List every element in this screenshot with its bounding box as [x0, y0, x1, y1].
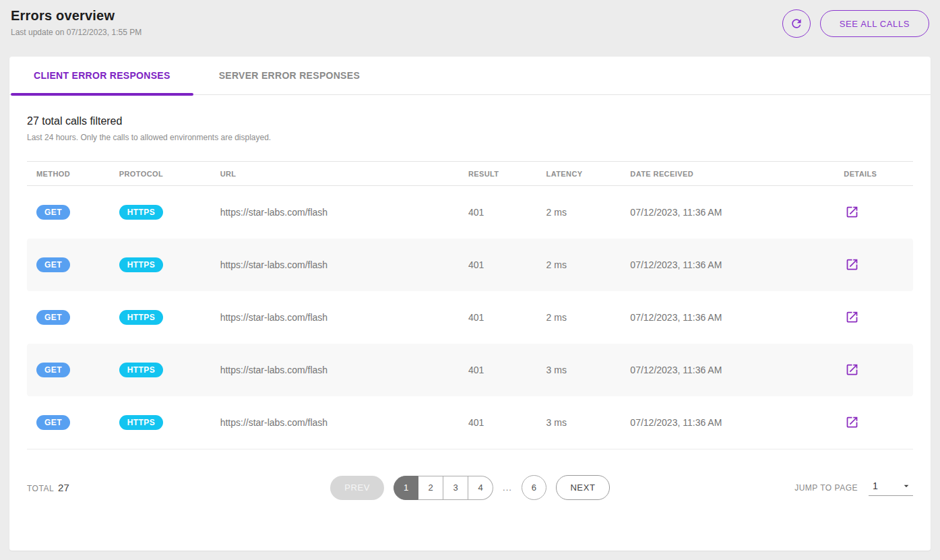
result-cell: 401 [459, 259, 537, 270]
total-label: TOTAL [27, 484, 54, 493]
column-header-method: METHOD [27, 170, 110, 178]
jump-to-page-select[interactable]: 1 [869, 479, 913, 496]
open-in-new-icon [845, 310, 859, 324]
prev-page-button[interactable]: PREV [330, 476, 384, 500]
method-badge: GET [36, 310, 70, 325]
details-button[interactable] [844, 361, 860, 378]
page-title: Errors overview [11, 8, 142, 24]
summary-subtitle: Last 24 hours. Only the calls to allowed… [27, 133, 913, 142]
protocol-badge: HTTPS [119, 363, 163, 377]
errors-panel: CLIENT ERROR RESPONSES SERVER ERROR RESP… [9, 57, 931, 551]
protocol-cell: HTTPS [110, 205, 211, 220]
method-cell: GET [27, 257, 110, 272]
page-number-group: 1 2 3 4 [394, 476, 493, 500]
protocol-badge: HTTPS [119, 257, 163, 272]
details-cell [834, 414, 913, 431]
table-body: GET HTTPS https://star-labs.com/flash 40… [27, 186, 913, 449]
result-cell: 401 [459, 207, 537, 218]
date-received-cell: 07/12/2023, 11:36 AM [621, 259, 834, 270]
pager-controls: PREV 1 2 3 4 ... 6 NEXT [162, 475, 778, 500]
total-block: TOTAL 27 [27, 482, 162, 493]
calls-table: METHOD PROTOCOL URL RESULT LATENCY DATE … [27, 161, 913, 449]
open-in-new-icon [845, 257, 859, 272]
tab-bar: CLIENT ERROR RESPONSES SERVER ERROR RESP… [9, 57, 931, 95]
column-header-details: DETAILS [834, 170, 913, 178]
table-row: GET HTTPS https://star-labs.com/flash 40… [27, 186, 913, 239]
method-cell: GET [27, 310, 110, 325]
open-in-new-icon [845, 205, 859, 219]
method-badge: GET [36, 415, 70, 430]
table-row: GET HTTPS https://star-labs.com/flash 40… [27, 239, 913, 291]
date-received-cell: 07/12/2023, 11:36 AM [621, 365, 834, 375]
result-cell: 401 [459, 417, 537, 428]
url-cell: https://star-labs.com/flash [211, 312, 459, 323]
url-cell: https://star-labs.com/flash [211, 207, 459, 218]
protocol-cell: HTTPS [110, 310, 211, 325]
chevron-down-icon [901, 480, 912, 491]
protocol-badge: HTTPS [119, 310, 163, 325]
table-row: GET HTTPS https://star-labs.com/flash 40… [27, 291, 913, 344]
column-header-protocol: PROTOCOL [110, 170, 211, 178]
method-badge: GET [36, 257, 70, 272]
date-received-cell: 07/12/2023, 11:36 AM [621, 312, 834, 323]
tab-client-error-responses[interactable]: CLIENT ERROR RESPONSES [9, 57, 195, 94]
protocol-badge: HTTPS [119, 415, 163, 430]
tab-server-error-responses[interactable]: SERVER ERROR RESPONSES [195, 57, 384, 94]
page-header: Errors overview Last update on 07/12/202… [0, 0, 940, 47]
method-badge: GET [36, 205, 70, 220]
total-value: 27 [58, 482, 69, 493]
date-received-cell: 07/12/2023, 11:36 AM [621, 207, 834, 218]
details-button[interactable] [844, 414, 860, 431]
last-update-text: Last update on 07/12/2023, 1:55 PM [11, 28, 142, 37]
table-row: GET HTTPS https://star-labs.com/flash 40… [27, 396, 913, 449]
total-calls-filtered-text: 27 total calls filtered [27, 115, 913, 127]
details-cell [834, 256, 913, 274]
open-in-new-icon [845, 363, 859, 377]
latency-cell: 2 ms [537, 207, 621, 218]
result-cell: 401 [459, 365, 537, 375]
column-header-date-received: DATE RECEIVED [621, 170, 834, 178]
jump-to-page-value: 1 [873, 480, 878, 491]
details-button[interactable] [844, 256, 860, 273]
page-button-3[interactable]: 3 [443, 476, 468, 500]
page-button-6[interactable]: 6 [522, 475, 546, 500]
protocol-cell: HTTPS [110, 415, 211, 430]
jump-to-page-block: JUMP TO PAGE 1 [778, 479, 913, 496]
next-page-button[interactable]: NEXT [556, 475, 610, 500]
page-button-2[interactable]: 2 [418, 476, 443, 500]
page-button-4[interactable]: 4 [468, 476, 493, 500]
refresh-icon [790, 17, 803, 30]
refresh-button[interactable] [782, 9, 811, 38]
see-all-calls-button[interactable]: SEE ALL CALLS [820, 10, 929, 37]
header-actions: SEE ALL CALLS [782, 8, 929, 38]
method-cell: GET [27, 205, 110, 220]
pagination-bar: TOTAL 27 PREV 1 2 3 4 ... 6 NEXT JUMP TO… [27, 449, 913, 523]
panel-content: 27 total calls filtered Last 24 hours. O… [9, 95, 931, 551]
column-header-result: RESULT [459, 170, 537, 178]
protocol-badge: HTTPS [119, 205, 163, 220]
url-cell: https://star-labs.com/flash [211, 417, 459, 428]
protocol-cell: HTTPS [110, 363, 211, 377]
details-cell [834, 309, 913, 326]
details-cell [834, 361, 913, 379]
jump-to-page-label: JUMP TO PAGE [794, 483, 858, 493]
protocol-cell: HTTPS [110, 257, 211, 272]
title-block: Errors overview Last update on 07/12/202… [11, 8, 142, 37]
column-header-url: URL [211, 170, 459, 178]
table-header-row: METHOD PROTOCOL URL RESULT LATENCY DATE … [27, 161, 913, 186]
url-cell: https://star-labs.com/flash [211, 259, 459, 270]
method-badge: GET [36, 363, 70, 377]
latency-cell: 2 ms [537, 259, 621, 270]
page-button-1[interactable]: 1 [394, 476, 418, 500]
details-button[interactable] [844, 309, 860, 325]
table-row: GET HTTPS https://star-labs.com/flash 40… [27, 344, 913, 396]
method-cell: GET [27, 363, 110, 377]
column-header-latency: LATENCY [537, 170, 621, 178]
latency-cell: 2 ms [537, 312, 621, 323]
details-button[interactable] [844, 204, 860, 220]
method-cell: GET [27, 415, 110, 430]
pagination-ellipsis: ... [503, 483, 512, 493]
summary-block: 27 total calls filtered Last 24 hours. O… [27, 115, 913, 142]
date-received-cell: 07/12/2023, 11:36 AM [621, 417, 834, 428]
open-in-new-icon [845, 415, 859, 429]
